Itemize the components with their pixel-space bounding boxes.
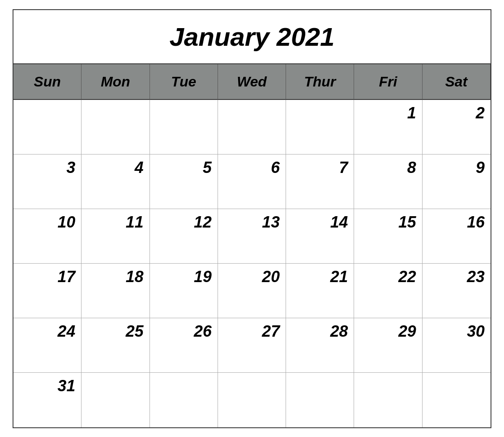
day-cell: 28 <box>286 318 354 373</box>
day-number: 30 <box>428 322 485 340</box>
day-cell <box>423 373 491 427</box>
day-number: 11 <box>87 213 143 231</box>
day-header: Sat <box>423 64 491 100</box>
day-cell: 26 <box>150 318 218 373</box>
day-number: 18 <box>87 268 143 286</box>
day-number: 19 <box>156 268 212 286</box>
day-cell <box>81 373 150 427</box>
day-cell: 19 <box>150 264 218 318</box>
day-number: 22 <box>360 268 416 286</box>
day-cell <box>150 100 218 154</box>
calendar: January 2021 SunMonTueWedThurFriSat12345… <box>13 9 491 428</box>
day-number: 9 <box>428 159 485 177</box>
day-cell: 10 <box>13 209 81 264</box>
day-header: Fri <box>354 64 422 100</box>
day-number: 6 <box>224 159 280 177</box>
day-number: 24 <box>19 322 75 340</box>
day-cell <box>286 373 354 427</box>
day-cell <box>354 373 422 427</box>
day-cell: 31 <box>13 373 81 427</box>
day-number: 4 <box>87 159 143 177</box>
day-number: 5 <box>156 159 212 177</box>
day-number: 16 <box>428 213 485 231</box>
day-number: 31 <box>19 377 75 395</box>
day-number: 3 <box>19 159 75 177</box>
day-cell: 6 <box>218 154 286 209</box>
day-number: 8 <box>360 159 416 177</box>
day-cell: 3 <box>13 154 81 209</box>
day-cell: 22 <box>354 264 422 318</box>
day-cell: 23 <box>423 264 491 318</box>
day-header: Thur <box>286 64 354 100</box>
day-cell: 13 <box>218 209 286 264</box>
day-cell: 18 <box>81 264 150 318</box>
day-cell: 5 <box>150 154 218 209</box>
day-header: Sun <box>13 64 81 100</box>
day-number: 26 <box>156 322 212 340</box>
day-cell <box>81 100 150 154</box>
day-number: 29 <box>360 322 416 340</box>
day-number: 21 <box>292 268 348 286</box>
day-number: 7 <box>292 159 348 177</box>
day-cell: 1 <box>354 100 422 154</box>
day-number: 15 <box>360 213 416 231</box>
day-cell: 21 <box>286 264 354 318</box>
day-cell: 16 <box>423 209 491 264</box>
day-number: 13 <box>224 213 280 231</box>
day-cell: 12 <box>150 209 218 264</box>
day-number: 12 <box>156 213 212 231</box>
day-cell: 15 <box>354 209 422 264</box>
day-cell <box>218 100 286 154</box>
day-cell: 14 <box>286 209 354 264</box>
day-cell: 24 <box>13 318 81 373</box>
day-number: 20 <box>224 268 280 286</box>
calendar-grid: SunMonTueWedThurFriSat123456789101112131… <box>13 64 491 427</box>
day-number: 17 <box>19 268 75 286</box>
day-number: 27 <box>224 322 280 340</box>
day-number: 1 <box>360 104 416 122</box>
day-number: 14 <box>292 213 348 231</box>
day-cell: 27 <box>218 318 286 373</box>
day-cell <box>13 100 81 154</box>
day-number: 25 <box>87 322 143 340</box>
day-header: Mon <box>81 64 150 100</box>
day-cell: 8 <box>354 154 422 209</box>
day-cell: 2 <box>423 100 491 154</box>
day-cell: 4 <box>81 154 150 209</box>
day-cell <box>150 373 218 427</box>
day-cell: 29 <box>354 318 422 373</box>
day-number: 23 <box>428 268 485 286</box>
day-cell: 30 <box>423 318 491 373</box>
calendar-title: January 2021 <box>13 10 491 64</box>
day-number: 10 <box>19 213 75 231</box>
day-header: Wed <box>218 64 286 100</box>
day-cell: 25 <box>81 318 150 373</box>
day-number: 28 <box>292 322 348 340</box>
day-header: Tue <box>150 64 218 100</box>
day-cell: 9 <box>423 154 491 209</box>
day-cell: 7 <box>286 154 354 209</box>
day-number: 2 <box>428 104 485 122</box>
day-cell: 17 <box>13 264 81 318</box>
day-cell: 11 <box>81 209 150 264</box>
day-cell: 20 <box>218 264 286 318</box>
day-cell <box>218 373 286 427</box>
day-cell <box>286 100 354 154</box>
